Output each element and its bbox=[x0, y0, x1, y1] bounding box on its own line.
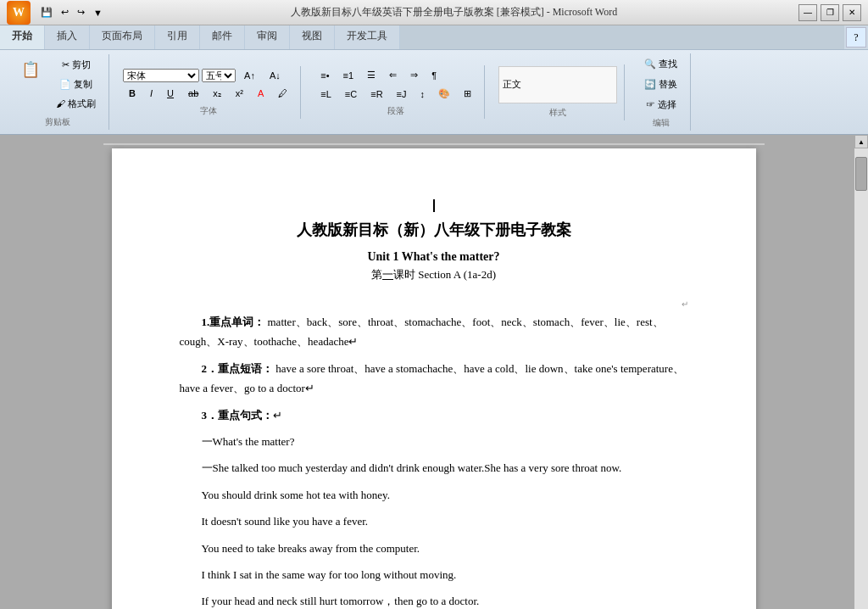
redo-button[interactable]: ↪ bbox=[74, 5, 88, 20]
close-button[interactable]: ✕ bbox=[843, 4, 861, 21]
font-label: 字体 bbox=[200, 105, 217, 117]
find-button[interactable]: 🔍 查找 bbox=[638, 55, 683, 73]
select-button[interactable]: ☞ 选择 bbox=[638, 96, 683, 114]
align-left-button[interactable]: ≡L bbox=[314, 86, 337, 102]
tab-insert[interactable]: 插入 bbox=[45, 25, 90, 49]
key-words-section: 1.重点单词： matter、back、sore、throat、stomacha… bbox=[180, 312, 688, 352]
sentence2: 一She talked too much yesterday and didn'… bbox=[180, 458, 688, 478]
numbering-button[interactable]: ≡1 bbox=[337, 67, 360, 83]
align-center-button[interactable]: ≡C bbox=[339, 86, 363, 102]
title-bar-left: W 💾 ↩ ↪ ▼ bbox=[7, 1, 109, 25]
document-page[interactable]: 人教版新目标（新）八年级下册电子教案 Unit 1 What's the mat… bbox=[112, 148, 756, 609]
tab-mailings[interactable]: 邮件 bbox=[200, 25, 245, 49]
title-bar: W 💾 ↩ ↪ ▼ 人教版新目标八年级英语下册全册电子版教案 [兼容模式] - … bbox=[0, 0, 868, 25]
increase-indent-button[interactable]: ⇒ bbox=[404, 67, 424, 83]
scroll-track[interactable] bbox=[854, 148, 868, 609]
replace-button[interactable]: 🔄 替换 bbox=[638, 75, 683, 93]
border-button[interactable]: ⊞ bbox=[458, 86, 477, 102]
paragraph-mark: ↵ bbox=[180, 299, 688, 309]
styles-group: 正文 样式 bbox=[492, 64, 625, 120]
paragraph-label: 段落 bbox=[387, 105, 404, 117]
tab-layout[interactable]: 页面布局 bbox=[90, 25, 155, 49]
key-sentences-label: 3．重点句式：↵ bbox=[180, 405, 688, 425]
multilevel-button[interactable]: ☰ bbox=[361, 67, 381, 83]
tab-home[interactable]: 开始 bbox=[0, 25, 45, 49]
window-title: 人教版新目标八年级英语下册全册电子版教案 [兼容模式] - Microsoft … bbox=[109, 5, 798, 20]
restore-button[interactable]: ❐ bbox=[821, 4, 839, 21]
ribbon-content: 📋 ✂ 剪切 📄 复制 🖌 格式刷 剪贴板 宋体 五号 A↑ A↓ bbox=[0, 50, 868, 134]
align-right-button[interactable]: ≡R bbox=[364, 86, 388, 102]
sentence6: I think I sat in the same way for too lo… bbox=[180, 565, 688, 584]
cut-button[interactable]: ✂ 剪切 bbox=[50, 56, 102, 74]
font-color-button[interactable]: A bbox=[252, 86, 270, 101]
paragraph-group: ≡• ≡1 ☰ ⇐ ⇒ ¶ ≡L ≡C ≡R ≡J ↕ 🎨 ⊞ 段落 bbox=[308, 65, 485, 119]
save-button[interactable]: 💾 bbox=[37, 5, 56, 20]
scroll-thumb[interactable] bbox=[855, 157, 867, 191]
grow-font-button[interactable]: A↑ bbox=[238, 68, 261, 83]
font-name-select[interactable]: 宋体 bbox=[123, 69, 199, 82]
paste-button[interactable]: 📋 bbox=[14, 56, 47, 83]
horizontal-ruler: | 2 4 6 8 10 12 14 16 18 20 22 24 | bbox=[103, 143, 765, 145]
sentence3: You should drink some hot tea with honey… bbox=[180, 485, 688, 505]
sentence1: 一What's the matter? bbox=[180, 432, 688, 451]
key-phrases-section: 2．重点短语： have a sore throat、have a stomac… bbox=[180, 359, 688, 399]
window-controls: — ❐ ✕ bbox=[798, 4, 861, 21]
ribbon: 开始 插入 页面布局 引用 邮件 审阅 视图 开发工具 ? 📋 ✂ 剪切 📄 复… bbox=[0, 25, 868, 135]
tab-references[interactable]: 引用 bbox=[155, 25, 200, 49]
justify-button[interactable]: ≡J bbox=[391, 86, 413, 102]
tab-review[interactable]: 审阅 bbox=[245, 25, 290, 49]
tab-developer[interactable]: 开发工具 bbox=[335, 25, 400, 49]
cursor bbox=[433, 199, 435, 212]
sentence4: It doesn't sound like you have a fever. bbox=[180, 511, 688, 531]
unit-title: Unit 1 What's the matter? bbox=[180, 250, 688, 264]
left-panel bbox=[0, 135, 13, 609]
scroll-up-button[interactable]: ▲ bbox=[854, 135, 868, 148]
editing-label: 编辑 bbox=[653, 117, 670, 129]
tab-view[interactable]: 视图 bbox=[290, 25, 335, 49]
document-wrapper[interactable]: | 2 4 6 8 10 12 14 16 18 20 22 24 | bbox=[13, 135, 854, 609]
underline-button[interactable]: U bbox=[161, 86, 180, 101]
style-preview: 正文 bbox=[503, 78, 521, 91]
help-button[interactable]: ? bbox=[846, 27, 866, 47]
office-logo: W bbox=[7, 1, 31, 25]
highlight-button[interactable]: 🖊 bbox=[272, 86, 293, 101]
format-painter-button[interactable]: 🖌 格式刷 bbox=[50, 95, 102, 113]
bullets-button[interactable]: ≡• bbox=[314, 67, 335, 83]
subscript-button[interactable]: x₂ bbox=[207, 86, 227, 102]
customize-button[interactable]: ▼ bbox=[90, 6, 106, 20]
line-spacing-button[interactable]: ↕ bbox=[415, 86, 431, 102]
quick-access-toolbar: 💾 ↩ ↪ ▼ bbox=[34, 3, 109, 21]
lesson-title: 第一课时 Section A (1a-2d) bbox=[180, 267, 688, 282]
main-area: | 2 4 6 8 10 12 14 16 18 20 22 24 | bbox=[0, 135, 868, 609]
undo-button[interactable]: ↩ bbox=[58, 5, 72, 20]
document-title: 人教版新目标（新）八年级下册电子教案 bbox=[180, 220, 688, 240]
copy-button[interactable]: 📄 复制 bbox=[50, 75, 102, 93]
strikethrough-button[interactable]: ab bbox=[182, 86, 204, 101]
superscript-button[interactable]: x² bbox=[230, 86, 249, 101]
minimize-button[interactable]: — bbox=[798, 4, 817, 21]
sentence5: You need to take breaks away from the co… bbox=[180, 539, 688, 558]
shading-button[interactable]: 🎨 bbox=[432, 86, 456, 102]
show-marks-button[interactable]: ¶ bbox=[426, 67, 442, 83]
font-size-select[interactable]: 五号 bbox=[202, 69, 236, 82]
clipboard-group: 📋 ✂ 剪切 📄 复制 🖌 格式刷 剪贴板 bbox=[7, 54, 109, 130]
vertical-scrollbar[interactable]: ▲ ▼ bbox=[854, 135, 868, 609]
shrink-font-button[interactable]: A↓ bbox=[264, 68, 287, 83]
ribbon-tabs: 开始 插入 页面布局 引用 邮件 审阅 视图 开发工具 ? bbox=[0, 25, 868, 50]
clipboard-label: 剪贴板 bbox=[45, 116, 70, 128]
italic-button[interactable]: I bbox=[144, 86, 159, 101]
styles-label: 样式 bbox=[549, 107, 566, 119]
sentence7: If your head and neck still hurt tomorro… bbox=[180, 591, 688, 609]
font-group: 宋体 五号 A↑ A↓ B I U ab x₂ x² A 🖊 字体 bbox=[116, 66, 301, 119]
decrease-indent-button[interactable]: ⇐ bbox=[383, 67, 403, 83]
bold-button[interactable]: B bbox=[123, 86, 142, 101]
editing-group: 🔍 查找 🔄 替换 ☞ 选择 编辑 bbox=[632, 53, 691, 131]
